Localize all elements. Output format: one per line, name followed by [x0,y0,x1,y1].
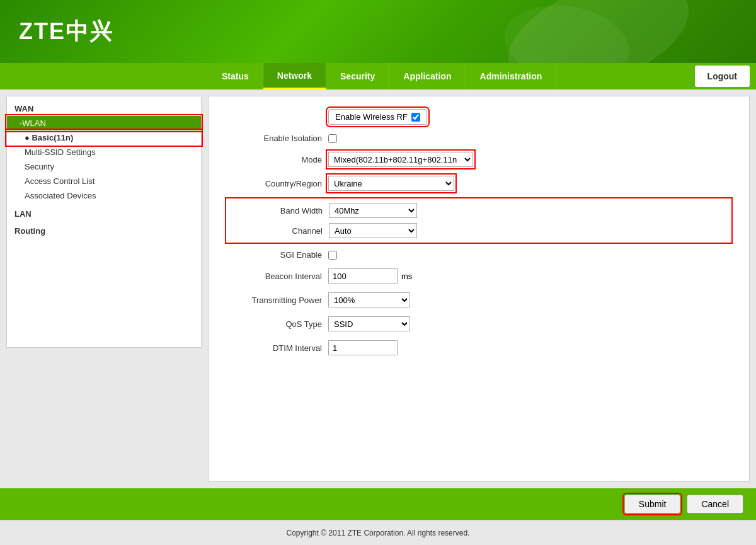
transmitting-power-control: 100% 75% 50% 25% [328,292,410,307]
sidebar-item-wlan[interactable]: -WLAN [7,116,201,130]
channel-label: Channel [228,226,329,236]
mode-label: Mode [227,155,328,164]
tab-administration[interactable]: Administration [466,63,557,89]
sidebar-item-acl[interactable]: Access Control List [7,174,201,188]
submit-button[interactable]: Submit [624,495,681,513]
enable-wireless-rf-control[interactable]: Enable Wireless RF [328,109,427,125]
navbar: Status Network Security Application Admi… [0,63,756,89]
country-select-wrapper: Ukraine United States Germany [328,176,454,191]
country-control: Ukraine United States Germany [328,176,454,191]
enable-isolation-checkbox[interactable] [328,134,337,143]
sgi-row: SGI Enable [227,250,730,260]
sidebar-section-wan: WAN [7,101,201,116]
tab-application[interactable]: Application [389,63,466,89]
sidebar-section-lan: LAN [7,207,201,221]
enable-wireless-rf-checkbox[interactable] [411,113,420,122]
qos-row: QoS Type SSID WMM [227,316,730,331]
sgi-checkbox[interactable] [328,251,337,260]
mode-control: Mixed(802.11b+802.11g+802.11n 802.11b on… [328,152,473,167]
enable-wireless-row: Enable Wireless RF [227,109,730,125]
mode-row: Mode Mixed(802.11b+802.11g+802.11n 802.1… [227,152,730,167]
sgi-control [328,251,337,260]
bandwidth-select[interactable]: 40Mhz 20Mhz [329,203,417,218]
tab-security[interactable]: Security [326,63,389,89]
enable-isolation-row: Enable Isolation [227,134,730,143]
mode-select-wrapper: Mixed(802.11b+802.11g+802.11n 802.11b on… [328,152,473,167]
beacon-control: ms [328,268,412,284]
bandwidth-control: 40Mhz 20Mhz [329,203,417,218]
dtim-label: DTIM Interval [227,343,328,353]
bw-channel-group: Band Width 40Mhz 20Mhz Channel Auto [227,200,730,241]
transmitting-power-row: Transmitting Power 100% 75% 50% 25% [227,292,730,307]
cancel-button[interactable]: Cancel [687,495,743,513]
tab-network[interactable]: Network [263,63,326,89]
sidebar-item-multi-ssid[interactable]: Multi-SSID Settings [7,145,201,159]
dtim-input[interactable] [328,340,398,355]
bandwidth-row: Band Width 40Mhz 20Mhz [228,203,730,218]
enable-wireless-rf-label: Enable Wireless RF [335,112,408,122]
sidebar-item-security[interactable]: Security [7,159,201,174]
qos-select[interactable]: SSID WMM [328,316,410,331]
sidebar-item-basic[interactable]: ● Basic(11n) [7,130,201,145]
transmitting-power-label: Transmitting Power [227,295,328,305]
main-container: WAN -WLAN ● Basic(11n) Multi-SSID Settin… [0,89,756,488]
mode-select[interactable]: Mixed(802.11b+802.11g+802.11n 802.11b on… [328,152,473,167]
channel-select[interactable]: Auto 123 456 [329,223,417,238]
copyright: Copyright © 2011 ZTE Corporation. All ri… [0,520,756,545]
dtim-control [328,340,398,355]
country-label: Country/Region [227,179,328,188]
beacon-unit: ms [401,272,412,281]
qos-control: SSID WMM [328,316,410,331]
sidebar-section-routing: Routing [7,224,201,238]
sgi-label: SGI Enable [227,250,328,260]
sidebar: WAN -WLAN ● Basic(11n) Multi-SSID Settin… [6,96,202,348]
enable-isolation-control [328,134,337,143]
dtim-row: DTIM Interval [227,340,730,355]
beacon-row: Beacon Interval ms [227,268,730,284]
bandwidth-label: Band Width [228,206,329,215]
transmitting-power-select[interactable]: 100% 75% 50% 25% [328,292,410,307]
header: ZTE中兴 [0,0,756,63]
logout-button[interactable]: Logout [695,66,750,87]
country-select[interactable]: Ukraine United States Germany [328,176,454,191]
sidebar-item-associated-devices[interactable]: Associated Devices [7,188,201,203]
country-row: Country/Region Ukraine United States Ger… [227,176,730,191]
footer-bar: Submit Cancel [0,488,756,520]
channel-row: Channel Auto 123 456 [228,223,730,238]
enable-isolation-label: Enable Isolation [227,134,328,143]
qos-label: QoS Type [227,319,328,329]
channel-control: Auto 123 456 [329,223,417,238]
beacon-input[interactable] [328,268,398,284]
content-area: Enable Wireless RF Enable Isolation Mode… [208,96,750,482]
beacon-label: Beacon Interval [227,272,328,281]
bw-channel-wrapper: Band Width 40Mhz 20Mhz Channel Auto [227,200,730,241]
logo: ZTE中兴 [19,16,113,47]
tab-status[interactable]: Status [208,63,263,89]
